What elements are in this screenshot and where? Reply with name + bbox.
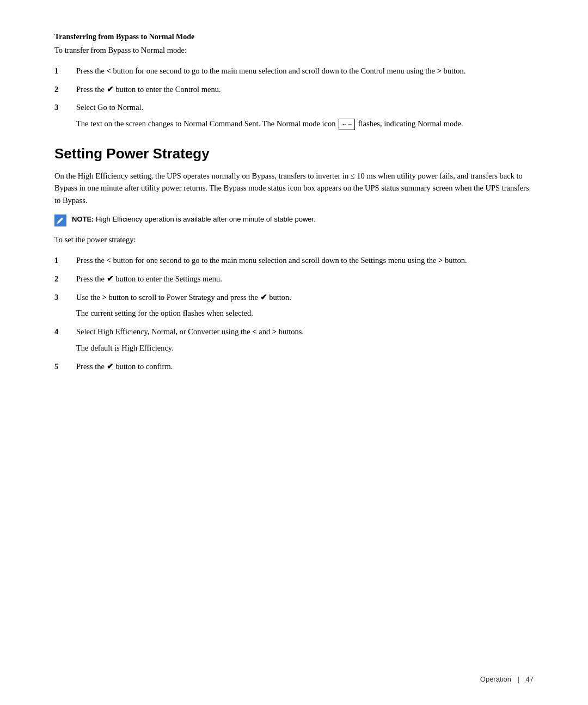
transferring-section: Transferring from Bypass to Normal Mode … <box>54 33 534 130</box>
power-strategy-steps-list: 1 Press the < button for one second to g… <box>54 255 534 372</box>
step-sub-para: The default is High Efficiency. <box>76 342 534 354</box>
list-item: 3 Select Go to Normal. The text on the s… <box>54 102 534 130</box>
note-text: NOTE: High Efficiency operation is avail… <box>72 214 316 225</box>
note-icon <box>54 214 66 226</box>
page-footer: Operation | 47 <box>480 675 534 683</box>
step-number: 2 <box>54 84 74 96</box>
list-item: 4 Select High Efficiency, Normal, or Con… <box>54 326 534 354</box>
page-content: Transferring from Bypass to Normal Mode … <box>0 0 588 422</box>
step-number: 3 <box>54 292 74 320</box>
note-label: NOTE: <box>72 215 94 223</box>
footer-divider: | <box>518 675 519 683</box>
transferring-heading: Transferring from Bypass to Normal Mode <box>54 33 534 41</box>
footer-section-label: Operation <box>480 675 511 683</box>
list-item: 2 Press the ✔ button to enter the Settin… <box>54 273 534 285</box>
note-body: High Efficiency operation is available a… <box>96 215 316 223</box>
step-sub-para: The text on the screen changes to Normal… <box>76 118 534 130</box>
transferring-steps-list: 1 Press the < button for one second to g… <box>54 65 534 130</box>
power-strategy-heading: Setting Power Strategy <box>54 145 534 162</box>
list-item: 2 Press the ✔ button to enter the Contro… <box>54 84 534 96</box>
power-strategy-section: Setting Power Strategy On the High Effic… <box>54 145 534 372</box>
step-content: Press the ✔ button to enter the Settings… <box>76 273 534 285</box>
step-number: 3 <box>54 102 74 130</box>
step-number: 2 <box>54 273 74 285</box>
step-content: Select Go to Normal. The text on the scr… <box>76 102 534 130</box>
footer-page-number: 47 <box>526 675 534 683</box>
power-strategy-intro: To set the power strategy: <box>54 234 534 246</box>
step-content: Press the < button for one second to go … <box>76 255 534 267</box>
list-item: 3 Use the > button to scroll to Power St… <box>54 292 534 320</box>
step-content: Select High Efficiency, Normal, or Conve… <box>76 326 534 354</box>
list-item: 1 Press the < button for one second to g… <box>54 255 534 267</box>
step-number: 1 <box>54 255 74 267</box>
step-content: Press the ✔ button to enter the Control … <box>76 84 534 96</box>
step-number: 5 <box>54 361 74 373</box>
transferring-intro: To transfer from Bypass to Normal mode: <box>54 45 534 57</box>
normal-mode-icon: ←→ <box>339 119 355 130</box>
step-number: 1 <box>54 65 74 77</box>
list-item: 1 Press the < button for one second to g… <box>54 65 534 77</box>
step-sub-para: The current setting for the option flash… <box>76 308 534 320</box>
pencil-icon <box>57 217 64 224</box>
step-number: 4 <box>54 326 74 354</box>
list-item: 5 Press the ✔ button to confirm. <box>54 361 534 373</box>
power-strategy-body: On the High Efficiency setting, the UPS … <box>54 170 534 206</box>
step-content: Press the ✔ button to confirm. <box>76 361 534 373</box>
note-box: NOTE: High Efficiency operation is avail… <box>54 214 534 226</box>
step-content: Press the < button for one second to go … <box>76 65 534 77</box>
step-content: Use the > button to scroll to Power Stra… <box>76 292 534 320</box>
